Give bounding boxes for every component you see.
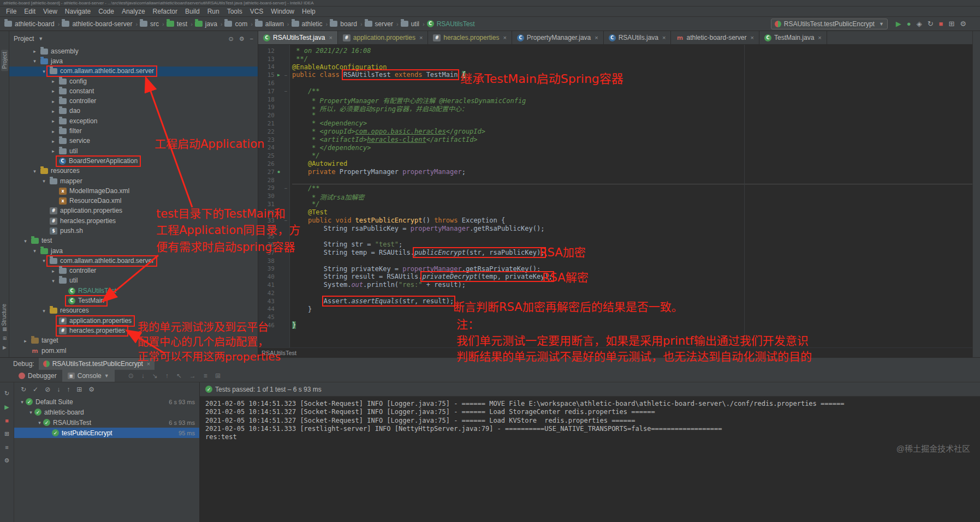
- menu-navigate[interactable]: Navigate: [61, 8, 94, 15]
- close-icon[interactable]: ×: [419, 34, 423, 41]
- breadcrumb-item[interactable]: athletic: [292, 20, 323, 28]
- menu-run[interactable]: Run: [204, 8, 223, 15]
- test-tree-item[interactable]: ✓testPublicEncrypt95 ms: [14, 428, 199, 438]
- hide-panel-icon[interactable]: −: [250, 35, 253, 43]
- expand-arrow-icon[interactable]: ▸: [50, 99, 57, 104]
- view-breakpoints-icon[interactable]: ⊞: [4, 430, 9, 437]
- project-tree-item[interactable]: ▸dao: [9, 106, 258, 116]
- debug-settings-icon[interactable]: ⚙: [4, 457, 10, 464]
- menu-vcs[interactable]: VCS: [246, 8, 268, 15]
- console-output[interactable]: 2021-02-05 10:14:51.323 [Socket-Request]…: [200, 397, 980, 522]
- project-tree-item[interactable]: ▾java: [9, 246, 258, 256]
- rerun-tests-icon[interactable]: ↻: [21, 386, 26, 393]
- tool-window-button-project[interactable]: Project: [1, 50, 8, 71]
- expand-arrow-icon[interactable]: ▾: [40, 69, 47, 74]
- stop-button[interactable]: ■: [939, 20, 943, 28]
- editor-tab[interactable]: CRSAUtilsTest.java×: [258, 31, 338, 44]
- project-tree-item[interactable]: xResourceDao.xml: [9, 196, 258, 206]
- run-to-cursor-icon[interactable]: →: [189, 372, 196, 380]
- chevron-down-icon[interactable]: ▼: [38, 36, 43, 41]
- tool-windows-button[interactable]: ⊞: [948, 20, 954, 28]
- expand-arrow-icon[interactable]: ▾: [40, 178, 47, 184]
- test-tree-item[interactable]: ▾✓athletic-board: [14, 407, 199, 417]
- panel-settings-icon[interactable]: ⚙: [239, 35, 245, 43]
- close-icon[interactable]: ×: [751, 34, 754, 41]
- breadcrumb-item[interactable]: allawn: [255, 20, 284, 28]
- project-tree-item[interactable]: ▾resources: [9, 306, 258, 316]
- step-into-icon[interactable]: ↘: [152, 372, 158, 380]
- project-tree-item[interactable]: #application.properties: [9, 316, 258, 326]
- close-icon[interactable]: ×: [503, 34, 506, 41]
- coverage-button[interactable]: ◈: [917, 20, 922, 28]
- editor-tab[interactable]: CPropertyManager.java×: [512, 31, 604, 44]
- project-tree-item[interactable]: ▸controller: [9, 96, 258, 106]
- show-execution-point-icon[interactable]: ⊙: [128, 372, 134, 380]
- expand-arrow-icon[interactable]: ▾: [31, 248, 38, 254]
- editor[interactable]: 12131415▶−1617−18192021222324252627●2829…: [258, 45, 972, 347]
- expand-arrow-icon[interactable]: ▸: [50, 118, 57, 124]
- expand-arrow-icon[interactable]: ▾: [40, 258, 47, 263]
- menu-code[interactable]: Code: [94, 8, 118, 15]
- force-step-into-icon[interactable]: ↖: [176, 372, 182, 380]
- fold-icon[interactable]: −: [283, 218, 289, 223]
- project-tree-item[interactable]: ▾util: [9, 276, 258, 286]
- stop-icon[interactable]: ■: [5, 417, 9, 424]
- close-icon[interactable]: ×: [595, 34, 598, 41]
- expand-arrow-icon[interactable]: ▸: [22, 338, 29, 344]
- expand-arrow-icon[interactable]: ▾: [50, 278, 57, 284]
- debug-session-tab[interactable]: RSAUtilsTest.testPublicEncrypt ×: [39, 358, 155, 370]
- rerun-session-icon[interactable]: ↻: [4, 390, 9, 397]
- fold-icon[interactable]: −: [283, 73, 289, 78]
- project-tree-item[interactable]: ▾test: [9, 236, 258, 246]
- menu-tools[interactable]: Tools: [223, 8, 246, 15]
- project-tree-item[interactable]: ▸constant: [9, 86, 258, 96]
- run-gutter-icon[interactable]: ▶: [275, 73, 283, 77]
- menu-analyze[interactable]: Analyze: [118, 8, 149, 15]
- editor-code[interactable]: * on 2021/2/2 16:08 **/@EnableAutoConfig…: [290, 45, 972, 347]
- close-icon[interactable]: ×: [818, 34, 821, 41]
- debug-tab-debugger[interactable]: Debugger: [13, 370, 62, 382]
- run-config-combo[interactable]: RSAUtilsTest.testPublicEncrypt ▼: [771, 19, 888, 29]
- test-tree-item[interactable]: ▾✓Default Suite6 s 93 ms: [14, 397, 199, 407]
- editor-breadcrumb-item[interactable]: RSAUtilsTest: [262, 350, 296, 356]
- project-tree-item[interactable]: CRSAUtilsTest: [9, 286, 258, 296]
- mute-breakpoints-icon[interactable]: ≡: [5, 444, 8, 451]
- expand-arrow-icon[interactable]: ▸: [50, 88, 57, 94]
- debug-tab-console[interactable]: ≡Console▼: [62, 370, 115, 382]
- project-tree-item[interactable]: #application.properties: [9, 206, 258, 216]
- project-tree-item[interactable]: ▸assembly: [9, 46, 258, 56]
- expand-arrow-icon[interactable]: ▾: [31, 169, 38, 174]
- breadcrumb-item[interactable]: athletic-board: [4, 20, 55, 28]
- bean-gutter-icon[interactable]: ●: [275, 170, 283, 174]
- project-tree-item[interactable]: ▸config: [9, 76, 258, 86]
- project-tree-item[interactable]: $push.sh: [9, 226, 258, 236]
- locate-icon[interactable]: ⊙: [228, 35, 233, 43]
- project-tree-item[interactable]: ▸exception: [9, 116, 258, 126]
- ignore-icon[interactable]: ⊘: [45, 386, 50, 393]
- project-tree-item[interactable]: CBoardServerApplication: [9, 156, 258, 166]
- fold-icon[interactable]: −: [283, 88, 289, 94]
- expand-arrow-icon[interactable]: ▾: [27, 410, 34, 415]
- project-tree-item[interactable]: ▾java: [9, 56, 258, 66]
- menu-edit[interactable]: Edit: [20, 8, 39, 15]
- project-tree-item[interactable]: CTestMain: [9, 296, 258, 305]
- editor-tab[interactable]: #heracles.properties×: [428, 31, 512, 44]
- project-tree-item[interactable]: ▾com.allawn.athletic.board.server: [9, 67, 258, 76]
- project-tree-item[interactable]: ▸service: [9, 136, 258, 146]
- expand-arrow-icon[interactable]: ▾: [19, 399, 26, 405]
- expand-arrow-icon[interactable]: ▾: [40, 308, 47, 314]
- expand-arrow-icon[interactable]: ▸: [50, 79, 57, 84]
- view-layout-icon[interactable]: ⊞: [215, 372, 221, 380]
- breadcrumb-item[interactable]: com: [224, 20, 247, 28]
- expand-arrow-icon[interactable]: ▸: [31, 49, 38, 54]
- expand-arrow-icon[interactable]: ▸: [50, 139, 57, 144]
- close-icon[interactable]: ×: [662, 34, 666, 41]
- rerun-button[interactable]: ↻: [928, 20, 934, 28]
- editor-tab[interactable]: CRSAUtils.java×: [604, 31, 672, 44]
- test-settings-icon[interactable]: ⚙: [88, 386, 94, 393]
- breadcrumb-item[interactable]: util: [401, 20, 419, 28]
- project-tree-item[interactable]: ▸controller: [9, 266, 258, 276]
- project-tree-item[interactable]: ▸util: [9, 146, 258, 156]
- project-tree-item[interactable]: ▸target: [9, 336, 258, 346]
- editor-tab[interactable]: CTestMain.java×: [759, 31, 827, 44]
